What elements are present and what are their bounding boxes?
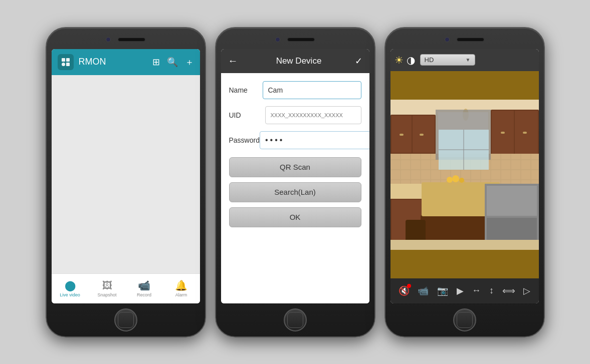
alarm-label: Alarm (175, 292, 187, 297)
send-icon[interactable]: ▷ (523, 285, 530, 296)
p1-logo (58, 54, 74, 70)
home-button-inner-2 (287, 312, 303, 328)
password-input[interactable] (260, 131, 369, 149)
speaker-3 (457, 38, 484, 42)
phone-2-home-button[interactable] (284, 308, 307, 331)
p3-topbar: ☀ ◑ HD ▼ (390, 49, 539, 71)
uid-label: UID (229, 111, 265, 119)
svg-rect-17 (523, 132, 527, 134)
svg-rect-10 (413, 116, 435, 153)
phone-2-top (221, 34, 369, 45)
name-input[interactable] (263, 81, 361, 99)
flip-icon[interactable]: ⟺ (502, 285, 515, 296)
svg-rect-3 (66, 63, 70, 66)
p1-header: RMON ⊞ 🔍 ＋ (52, 49, 200, 75)
live-video-label: Live video (60, 292, 80, 297)
speaker-2 (287, 38, 315, 42)
qr-scan-label: QR Scan (280, 163, 310, 171)
front-camera-2 (275, 37, 280, 42)
p1-app-title: RMON (79, 57, 147, 67)
alarm-icon: 🔔 (175, 279, 187, 291)
name-field-row: Name (229, 81, 361, 99)
brightness-icon[interactable]: ☀ (395, 54, 404, 66)
grid-icon[interactable]: ⊞ (152, 57, 160, 68)
select-arrow-icon: ▼ (466, 57, 471, 63)
p2-form: Name UID Password QR Scan Search(La (221, 73, 369, 303)
password-label: Password (229, 136, 260, 144)
phone-1-home-button[interactable] (114, 308, 137, 331)
arrows-h-icon[interactable]: ↔ (472, 285, 481, 296)
svg-rect-12 (420, 134, 424, 136)
video-play-icon[interactable]: ▶ (457, 285, 464, 296)
quality-selector: HD ▼ (420, 54, 535, 66)
phone-2-screen: ← New Device ✓ Name UID Password (221, 49, 369, 303)
phone-3-screen: ☀ ◑ HD ▼ (390, 49, 539, 303)
phone-2: ← New Device ✓ Name UID Password (215, 27, 375, 337)
svg-point-41 (447, 177, 453, 183)
ok-label: OK (290, 213, 301, 221)
name-label: Name (229, 86, 263, 94)
camera-snap-icon[interactable]: 📷 (437, 285, 448, 296)
phone-1-screen: RMON ⊞ 🔍 ＋ ⬤ Live video 🖼 Snapshot (52, 49, 200, 303)
search-lan-label: Search(Lan) (274, 188, 316, 196)
live-video-icon: ⬤ (65, 279, 76, 291)
phone-1-top (52, 34, 200, 45)
ok-button[interactable]: OK (229, 207, 361, 227)
phone-3-top (390, 34, 539, 45)
contrast-icon[interactable]: ◑ (407, 54, 415, 66)
phone-3-home-button[interactable] (453, 308, 476, 331)
p2-header: ← New Device ✓ (221, 49, 369, 73)
mute-icon[interactable]: 🔇 (399, 285, 410, 296)
phones-container: RMON ⊞ 🔍 ＋ ⬤ Live video 🖼 Snapshot (46, 27, 545, 337)
phone-3: ☀ ◑ HD ▼ (384, 27, 545, 337)
confirm-button[interactable]: ✓ (355, 56, 362, 67)
record-label: Record (137, 292, 151, 297)
front-camera-3 (445, 37, 450, 42)
kitchen-view (390, 71, 539, 278)
search-icon[interactable]: 🔍 (167, 57, 178, 68)
record-ctrl-icon[interactable]: 📹 (418, 285, 429, 296)
snapshot-icon: 🖼 (102, 280, 112, 291)
svg-rect-16 (501, 132, 505, 134)
uid-input[interactable] (265, 106, 361, 124)
password-field-row: Password (229, 131, 361, 149)
svg-rect-35 (487, 186, 537, 216)
svg-point-42 (452, 175, 459, 182)
search-lan-button[interactable]: Search(Lan) (229, 182, 361, 202)
home-button-inner (118, 312, 134, 328)
add-icon[interactable]: ＋ (185, 56, 194, 68)
svg-rect-0 (62, 58, 65, 62)
back-button[interactable]: ← (228, 55, 238, 67)
arrows-v-icon[interactable]: ↕ (489, 285, 494, 296)
speaker-1 (118, 38, 145, 42)
tab-snapshot[interactable]: 🖼 Snapshot (89, 278, 126, 299)
snapshot-label: Snapshot (97, 292, 116, 297)
svg-rect-44 (390, 240, 539, 250)
svg-rect-11 (400, 134, 404, 136)
svg-point-2 (62, 63, 65, 66)
front-camera-1 (106, 37, 111, 42)
svg-point-43 (459, 178, 464, 183)
phone-1: RMON ⊞ 🔍 ＋ ⬤ Live video 🖼 Snapshot (46, 27, 206, 337)
tab-live-video[interactable]: ⬤ Live video (52, 277, 89, 299)
record-icon: 📹 (138, 279, 150, 291)
tab-alarm[interactable]: 🔔 Alarm (163, 277, 200, 299)
home-button-inner-3 (457, 312, 473, 328)
quality-select-box[interactable]: HD ▼ (420, 54, 475, 66)
quality-value: HD (425, 56, 434, 64)
p2-page-title: New Device (243, 56, 355, 66)
tab-record[interactable]: 📹 Record (126, 277, 163, 299)
p3-controls-bar: 🔇 📹 📷 ▶ ↔ ↕ ⟺ ▷ (390, 278, 539, 303)
p1-content (52, 75, 200, 273)
p1-tabbar: ⬤ Live video 🖼 Snapshot 📹 Record 🔔 Alarm (52, 273, 200, 303)
p1-header-icons: ⊞ 🔍 ＋ (152, 56, 194, 68)
camera-feed (390, 71, 539, 278)
svg-rect-1 (66, 58, 70, 62)
qr-scan-button[interactable]: QR Scan (229, 157, 361, 177)
uid-field-row: UID (229, 106, 361, 124)
